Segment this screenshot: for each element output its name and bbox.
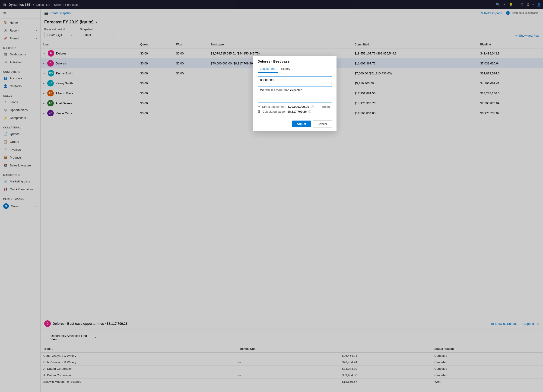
direct-adjustment-help-icon[interactable]: ⓘ — [311, 105, 314, 108]
info-rows-left: ✏ Direct adjustment: $70,000,000.00 ⓘ 🖩 … — [258, 105, 322, 115]
amount-input[interactable] — [258, 76, 332, 84]
calculated-value-row: 🖩 Calculated value: $8,117,709.26 ⓘ — [258, 110, 322, 113]
modal-body: We will sell more than expected ✏ Direct… — [253, 73, 337, 118]
info-rows: ✏ Direct adjustment: $70,000,000.00 ⓘ 🖩 … — [258, 105, 332, 115]
modal-title: Delores · Best case — [258, 59, 332, 63]
reset-label: Reset — [322, 105, 330, 108]
modal-tabs: Adjustment History — [253, 65, 337, 73]
adjustment-modal: Delores · Best case Adjustment History W… — [253, 56, 337, 131]
cancel-button[interactable]: Cancel — [313, 120, 332, 127]
tab-adjustment[interactable]: Adjustment — [258, 65, 278, 73]
calculated-label: Calculated value: — [263, 110, 286, 113]
reset-arrow-icon: › — [331, 105, 332, 108]
tab-history[interactable]: History — [278, 65, 293, 73]
adjust-button[interactable]: Adjust — [292, 120, 311, 127]
calculated-help-icon[interactable]: ⓘ — [308, 110, 311, 113]
reset-button[interactable]: Reset › — [322, 105, 332, 108]
calculated-value: $8,117,709.26 — [287, 110, 307, 113]
note-textarea[interactable]: We will sell more than expected — [258, 86, 332, 102]
direct-adjustment-label: Direct adjustment: — [262, 105, 286, 108]
direct-adjustment-value: $70,000,000.00 — [288, 105, 309, 108]
direct-adjustment-row: ✏ Direct adjustment: $70,000,000.00 ⓘ — [258, 105, 322, 108]
pencil-icon: ✏ — [258, 105, 260, 108]
modal-overlay: Delores · Best case Adjustment History W… — [0, 0, 543, 392]
modal-footer: Adjust Cancel — [253, 118, 337, 131]
modal-header: Delores · Best case — [253, 56, 337, 65]
calculator-icon: 🖩 — [258, 110, 261, 113]
